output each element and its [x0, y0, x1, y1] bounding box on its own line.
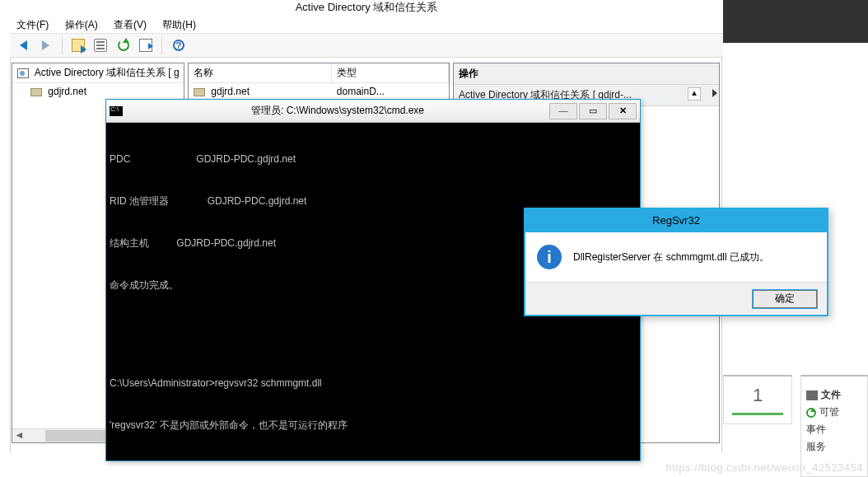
scroll-thumb[interactable]	[45, 430, 111, 442]
refresh-button[interactable]	[114, 35, 133, 55]
show-hide-console-tree-button[interactable]	[68, 35, 88, 55]
actions-header: 操作	[454, 63, 719, 85]
watermark: https://blog.csdn.net/weixin_42523454	[665, 461, 863, 474]
column-header-name[interactable]: 名称	[189, 63, 332, 82]
minimize-button[interactable]: —	[549, 103, 577, 119]
domain-icon	[30, 88, 42, 96]
menu-action[interactable]: 操作(A)	[58, 16, 105, 34]
cmd-line: C:\Users\Administrator>regvsvr32 schmmgm…	[110, 376, 637, 390]
actions-flyout-arrow-icon	[712, 89, 717, 97]
domain-icon	[194, 88, 205, 96]
tile-mgmt: 可管	[819, 406, 839, 418]
cmd-title-text: 管理员: C:\Windows\system32\cmd.exe	[128, 104, 548, 118]
cmd-titlebar[interactable]: 管理员: C:\Windows\system32\cmd.exe — ▭ ✕	[106, 100, 640, 123]
tile-services: 服务	[806, 440, 862, 454]
export-list-button[interactable]	[136, 35, 156, 55]
info-icon: i	[537, 245, 562, 269]
dialog-title[interactable]: RegSvr32	[525, 209, 827, 232]
help-button[interactable]: ?	[169, 35, 189, 55]
list-cell-name: gdjrd.net	[211, 86, 250, 97]
dashboard-count: 1	[724, 376, 791, 406]
actions-collapse-button[interactable]: ▲	[688, 87, 701, 101]
server-icon	[806, 390, 818, 400]
menu-file[interactable]: 文件(F)	[10, 16, 55, 34]
cmd-line: 'regvsvr32' 不是内部或外部命令，也不是可运行的程序	[110, 419, 637, 433]
menu-help[interactable]: 帮助(H)	[156, 16, 203, 34]
nav-forward-button[interactable]	[35, 35, 55, 55]
regsvr32-dialog: RegSvr32 i DllRegisterServer 在 schmmgmt.…	[524, 208, 828, 316]
mmc-border-left	[10, 58, 11, 453]
scroll-left-button[interactable]: ◄	[12, 429, 26, 442]
column-header-type[interactable]: 类型	[332, 63, 449, 82]
cmd-line: PDC GDJRD-PDC.gdjrd.net	[110, 152, 637, 166]
close-button[interactable]: ✕	[609, 103, 637, 119]
dashboard-status-bar	[732, 413, 783, 415]
manageability-icon	[806, 408, 816, 418]
tile-events: 事件	[806, 423, 862, 437]
tile-title: 文件	[821, 389, 841, 400]
cmd-app-icon	[110, 106, 123, 116]
list-cell-type: domainD...	[332, 83, 449, 100]
list-item[interactable]: gdjrd.net domainD...	[189, 83, 449, 100]
tree-domain-label: gdjrd.net	[48, 86, 86, 97]
nav-back-button[interactable]	[13, 35, 33, 55]
menu-view[interactable]: 查看(V)	[107, 16, 153, 34]
dashboard-count-tile[interactable]: 1	[723, 375, 792, 424]
toolbar: ?	[10, 33, 723, 58]
server-manager-band	[723, 0, 868, 43]
properties-button[interactable]	[91, 35, 110, 55]
maximize-button[interactable]: ▭	[579, 103, 607, 119]
dialog-message: DllRegisterServer 在 schmmgmt.dll 已成功。	[573, 250, 769, 264]
cmd-line: RID 池管理器 GDJRD-PDC.gdjrd.net	[110, 194, 637, 208]
mmc-window-title: Active Directory 域和信任关系	[10, 0, 723, 16]
tree-root[interactable]: Active Directory 域和信任关系 [ g	[12, 63, 184, 83]
tree-domain-item[interactable]: gdjrd.net	[12, 83, 184, 100]
tree-root-label: Active Directory 域和信任关系 [ g	[35, 67, 180, 78]
ad-root-icon	[17, 68, 29, 78]
ok-button[interactable]: 确定	[753, 290, 817, 308]
menu-bar: 文件(F) 操作(A) 查看(V) 帮助(H)	[10, 16, 723, 33]
